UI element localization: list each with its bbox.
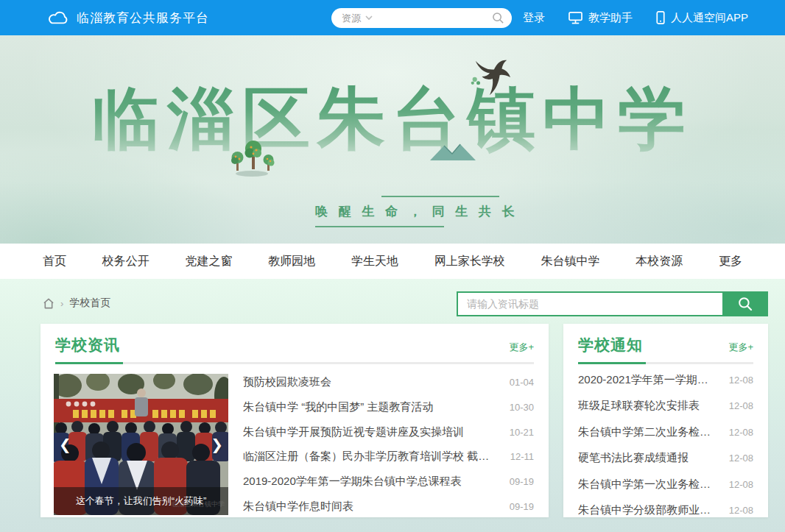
notice-item[interactable]: 硬笔书法比赛成绩通报 12-08	[578, 451, 753, 465]
search-category-select[interactable]: 资源	[342, 12, 361, 25]
nav-list: 首页 校务公开 党建之窗 教师园地 学生天地 网上家长学校 朱台镇中学 本校资源…	[43, 244, 742, 279]
nav-item[interactable]: 朱台镇中学	[541, 254, 600, 269]
notice-item-date: 12-08	[729, 479, 753, 490]
top-search-bar[interactable]: 资源	[331, 8, 512, 28]
school-notice-panel: 学校通知 更多+ 2020-2021学年第一学期足球 12-08 班级足球联赛轮…	[563, 324, 768, 517]
notice-panel-header: 学校通知 更多+	[563, 324, 768, 362]
breadcrumb: › 学校首页	[43, 297, 110, 310]
nav-item[interactable]: 首页	[43, 254, 66, 269]
home-icon[interactable]	[43, 298, 54, 309]
notice-item-title: 朱台镇中学第一次业务检查的	[578, 478, 719, 492]
school-news-list: 预防校园欺凌班会 01-04 朱台镇中学 “我的中国梦” 主题教育活动 10-3…	[242, 374, 535, 515]
notice-more-link[interactable]: 更多+	[728, 341, 753, 354]
top-actions: 登录 教学助手 人人通空间APP	[523, 0, 748, 35]
news-item-date: 09-19	[510, 501, 534, 512]
main-navigation: 首页 校务公开 党建之窗 教师园地 学生天地 网上家长学校 朱台镇中学 本校资源…	[0, 244, 785, 279]
mountain-icon	[430, 143, 476, 163]
chevron-down-icon[interactable]	[365, 15, 373, 21]
swallow-bird-icon	[468, 59, 511, 100]
brand-title: 临淄教育公共服务平台	[77, 10, 209, 26]
nav-item[interactable]: 校务公开	[102, 254, 149, 269]
news-item-title: 朱台镇中学作息时间表	[243, 500, 353, 514]
notice-panel-title: 学校通知	[578, 335, 643, 355]
school-slogan: 唤 醒 生 命 ， 同 生 共 长	[315, 196, 499, 227]
notice-item-date: 12-08	[729, 375, 753, 386]
school-news-panel: 学校资讯 更多+	[41, 324, 549, 517]
notice-item-date: 12-08	[729, 505, 753, 516]
top-bar: 临淄教育公共服务平台 资源 登录 教学助手	[0, 0, 785, 35]
notice-item-title: 班级足球联赛轮次安排表	[578, 399, 700, 413]
news-item-date: 10-21	[510, 427, 534, 438]
platform-brand[interactable]: 临淄教育公共服务平台	[47, 0, 209, 35]
slogan-text: 唤 醒 生 命 ， 同 生 共 长	[315, 203, 499, 220]
news-panel-header: 学校资讯 更多+	[41, 324, 549, 362]
nav-item[interactable]: 网上家长学校	[434, 254, 505, 269]
search-icon[interactable]	[492, 12, 504, 24]
news-item[interactable]: 预防校园欺凌班会 01-04	[243, 375, 534, 389]
notice-item[interactable]: 班级足球联赛轮次安排表 12-08	[578, 399, 753, 413]
notice-item-date: 12-08	[729, 453, 753, 464]
nav-item[interactable]: 本校资源	[636, 254, 683, 269]
school-banner: 临淄区朱台镇中学	[0, 35, 785, 244]
carousel-caption[interactable]: 这个春节，让我们告别“火药味”	[54, 487, 228, 515]
news-item-title: 预防校园欺凌班会	[243, 375, 331, 389]
phone-icon	[656, 11, 665, 24]
page: 临淄教育公共服务平台 资源 登录 教学助手	[0, 0, 785, 532]
article-search	[457, 291, 768, 316]
news-item-title: 临淄区注册（备案）民办非学历教育培训学校 截止2019	[243, 450, 500, 464]
carousel-next-icon[interactable]: ❯	[211, 437, 223, 452]
school-name-title: 临淄区朱台镇中学	[0, 74, 785, 165]
news-item[interactable]: 朱台镇中学作息时间表 09-19	[243, 500, 534, 514]
news-panel-body: ❮ ❯ 临淄区朱台镇中学 这个春节，让我们告别“火药味” 预防校园欺凌班会 01…	[41, 364, 549, 515]
carousel-prev-icon[interactable]: ❮	[59, 437, 71, 452]
nav-item[interactable]: 学生天地	[351, 254, 398, 269]
news-item[interactable]: 朱台镇中学开展预防近视专题讲座及实操培训 10-21	[243, 425, 534, 439]
notice-panel-divider	[578, 362, 753, 364]
slogan-line-bottom	[315, 226, 444, 227]
news-item-date: 12-11	[510, 451, 534, 462]
teaching-assistant-button[interactable]: 教学助手	[568, 11, 633, 25]
cloud-icon	[47, 10, 69, 26]
news-item-title: 朱台镇中学 “我的中国梦” 主题教育活动	[243, 400, 433, 414]
login-label: 登录	[523, 11, 545, 25]
notice-item-title: 硬笔书法比赛成绩通报	[578, 451, 689, 465]
news-item-date: 09-19	[510, 476, 534, 487]
login-button[interactable]: 登录	[523, 11, 545, 25]
school-notice-list: 2020-2021学年第一学期足球 12-08 班级足球联赛轮次安排表 12-0…	[578, 373, 753, 517]
news-panel-divider	[55, 362, 534, 364]
notice-item[interactable]: 朱台镇中学分级部教师业务展 12-08	[578, 503, 753, 517]
nav-item[interactable]: 更多	[719, 254, 742, 269]
notice-item-title: 朱台镇中学分级部教师业务展	[578, 503, 719, 517]
news-item-date: 01-04	[510, 377, 534, 388]
news-item-title: 2019-2020学年第一学期朱台镇中学总课程表	[243, 475, 462, 489]
space-app-label: 人人通空间APP	[671, 11, 748, 25]
article-search-button[interactable]	[722, 291, 768, 316]
notice-item-title: 朱台镇中学第二次业务检查的	[578, 425, 719, 439]
news-item[interactable]: 临淄区注册（备案）民办非学历教育培训学校 截止2019 12-11	[243, 450, 534, 464]
notice-item-date: 12-08	[729, 400, 753, 411]
content-area: › 学校首页 学校资讯 更多+	[0, 279, 785, 532]
news-item-title: 朱台镇中学开展预防近视专题讲座及实操培训	[243, 425, 464, 439]
nav-item[interactable]: 党建之窗	[186, 254, 233, 269]
breadcrumb-current[interactable]: 学校首页	[69, 297, 110, 310]
news-item[interactable]: 2019-2020学年第一学期朱台镇中学总课程表 09-19	[243, 475, 534, 489]
news-carousel[interactable]: ❮ ❯ 临淄区朱台镇中学 这个春节，让我们告别“火药味”	[54, 374, 228, 515]
notice-item-date: 12-08	[729, 427, 753, 438]
news-item[interactable]: 朱台镇中学 “我的中国梦” 主题教育活动 10-30	[243, 400, 534, 414]
monitor-icon	[568, 12, 582, 24]
news-more-link[interactable]: 更多+	[509, 341, 534, 354]
news-item-date: 10-30	[510, 402, 534, 413]
notice-item[interactable]: 2020-2021学年第一学期足球 12-08	[578, 373, 753, 387]
news-panel-title: 学校资讯	[55, 335, 120, 355]
article-search-input[interactable]	[457, 291, 722, 316]
slogan-line-top	[381, 196, 499, 197]
notice-item[interactable]: 朱台镇中学第一次业务检查的 12-08	[578, 478, 753, 492]
space-app-button[interactable]: 人人通空间APP	[656, 11, 748, 25]
notice-item[interactable]: 朱台镇中学第二次业务检查的 12-08	[578, 425, 753, 439]
nav-item[interactable]: 教师园地	[268, 254, 315, 269]
teaching-assistant-label: 教学助手	[588, 11, 633, 25]
notice-item-title: 2020-2021学年第一学期足球	[578, 373, 719, 387]
trees-illustration	[225, 134, 278, 181]
breadcrumb-separator: ›	[60, 298, 63, 309]
